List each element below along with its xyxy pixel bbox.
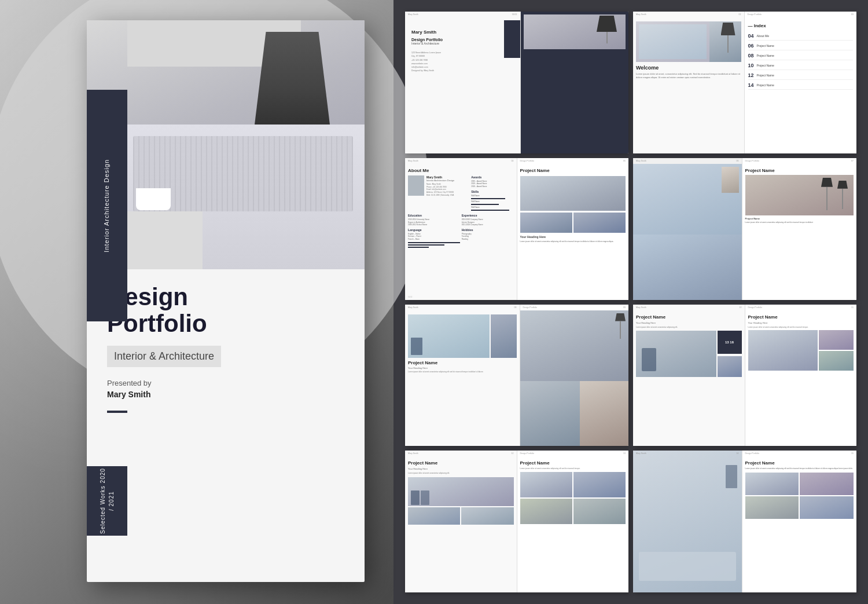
s6r-pgnum: 11 [851,306,854,309]
language-section: Language English – NativeGerman – Fluent… [408,228,460,248]
spread-project6: Mary Smith 14 Design Portfolio 15 Projec… [633,451,856,592]
s5l-title: Project Name [408,360,517,365]
cover-presented-by: Presented by [107,379,344,387]
index-num: 12 [748,72,754,78]
s6l-title: Project Name [636,314,742,320]
spread4-left-page: Mary Smith 06 [633,158,742,300]
skill1: Skill Name [471,195,513,197]
skill3: Skill Name [471,206,513,208]
s5r-pgnum: 09 [623,306,626,309]
index-label: Project Name [757,44,853,47]
lamp-shade [255,32,330,125]
s5r-photo2 [520,381,580,446]
spread7-right-header: Design Portfolio 13 [520,452,626,455]
spread7-right-page: Design Portfolio 13 Project Name Lorem i… [517,451,629,592]
lamp-stem-l [826,187,827,210]
index-num: 08 [748,53,754,58]
lamp-shade-l [821,178,833,187]
s4r-header: Design Portfolio [745,160,760,162]
cover-selected-works-text: Selected Works 2020 / 2021 [98,466,116,536]
spread1-page-num: 01/02 [512,13,517,16]
spread2-left-header: Mary Smith 02 [636,13,741,16]
s7r-content: Project Name Lorem ipsum dolor sit amet … [520,460,626,524]
cover-dash-decoration [107,411,127,413]
index-title: — Index [748,23,854,28]
project1-photo-sm2 [573,213,626,233]
s6l-chair [642,348,656,371]
s1-name: Mary Smith [411,30,517,35]
spread6-right-header: Design Portfolio 11 [748,306,854,309]
s7r-hdr: Design Portfolio [520,452,535,455]
s2r-content: — Index 04About Me06Project Name08Projec… [748,23,854,90]
s3l-header: Mary Smith [408,160,418,162]
welcome-body: Lorem ipsum dolor sit amet, consectetur … [636,72,741,79]
s7l-photo-sm1 [408,507,460,525]
s6l-subtitle: Your Heading Here [636,321,742,324]
s5l-subtitle: Your Heading Here [408,367,517,369]
s8l-sofa [639,552,736,581]
index-list: 04About Me06Project Name08Project Name10… [748,33,854,90]
s3l-pagenum: 04 [512,160,514,162]
awards-title: Awards [471,175,513,179]
s5l-chair-shape [411,338,422,355]
s4r-lamps [821,178,848,210]
s6r-hdr: Design Portfolio [748,306,763,309]
lamp-right [837,181,848,210]
s7r-photo4 [573,499,626,524]
s3r-pagenum: 05 [623,160,626,162]
language-title: Language [408,228,460,232]
cover-photo [87,20,365,269]
index-num: 10 [748,63,754,68]
spread3-left-page: Mary Smith 04 About Me Mary Smith Interi… [405,158,517,300]
lamp-shade-r [837,181,848,189]
cover-sidebar-strip: Interior Architecture Design [87,90,127,321]
spread1-header-label: Mary Smith [408,13,418,16]
s1-stem [606,32,608,43]
s5r-hdr: Design Portfolio [523,306,538,309]
s8r-photo1 [745,473,799,495]
index-label: Project Name [757,54,853,57]
s7r-text: Lorem ipsum dolor sit amet consectetur a… [520,467,626,470]
s7r-photo3 [520,499,572,524]
s4r-pagenum: 07 [851,160,854,162]
spread-about-me: Mary Smith 04 About Me Mary Smith Interi… [405,158,628,300]
s7l-main-photo [408,477,514,506]
s1-interior: Interior & Architecture [411,42,517,45]
s5l-text: Lorem ipsum dolor sit amet consectetur a… [408,371,517,374]
s8r-pgnum: 15 [851,452,854,455]
s1-shade [597,16,617,32]
s8l-plant [726,465,737,488]
index-line-item: 06Project Name [748,43,854,50]
lang-bars [408,242,460,248]
spread4-right-header: Design Portfolio 07 [745,160,854,162]
s7l-content: Project Name Your Heading Here Lorem ips… [408,460,514,525]
s5l-content: Project Name Your Heading Here Lorem ips… [408,314,517,374]
s4l-header: Mary Smith [636,160,646,162]
spread7-left-page: Mary Smith 12 Project Name Your Heading … [405,451,517,592]
s6l-text: Lorem ipsum dolor sit amet consectetur a… [636,326,742,329]
about-me-details: Name: Mary Smith Phone: +01 123 456 7890… [426,183,469,197]
spread2-left-page: Mary Smith 02 Welcome Lorem ipsum dolor … [633,12,745,153]
spread8-right-page: Design Portfolio 15 Project Name Lorem i… [742,451,857,592]
lamp-left [821,178,833,210]
spread1-left-header: Mary Smith 01/02 [408,13,517,16]
spread1-right-page [521,12,629,153]
skills-bars: Skill Name Skill Name Skill Name [471,195,513,211]
hobbies-text: PhotographyTravelingReading [462,233,514,241]
spread-project4: Mary Smith 10 Project Name Your Heading … [633,305,856,446]
index-line-item: 04About Me [748,33,854,41]
s4r-content: Project Name Project Name [745,168,854,224]
lang-bar-1 [408,242,460,243]
s8r-text: Lorem ipsum dolor sit amet consectetur a… [745,467,854,470]
s6l-side-col: 13 16 [718,331,742,377]
spread6-left-page: Mary Smith 10 Project Name Your Heading … [633,305,745,446]
s8r-photo-grid [745,473,854,519]
s2l-photo [636,21,741,62]
s5l-photo-right [491,314,517,358]
main-cover: Interior Architecture Design Design Port… [87,20,365,582]
s6r-photos [748,330,854,371]
spread5-left-header: Mary Smith 08 [408,306,517,309]
s1-info: 123 Street Address Lorem IpsumCity, ST 0… [411,51,517,73]
s5l-photos [408,314,517,358]
s8r-photo4 [800,496,854,519]
